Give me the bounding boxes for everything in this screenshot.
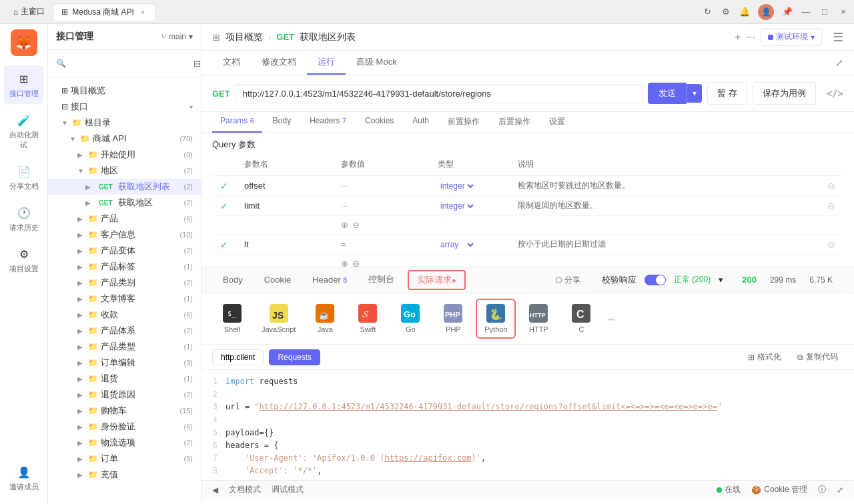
more-options-icon[interactable]: ···: [747, 31, 755, 43]
sidebar-item-history[interactable]: 🕐 请求历史: [4, 199, 43, 238]
add-param-icon2[interactable]: ⊕: [341, 259, 348, 267]
tree-order[interactable]: ▶ 📁 订单 (5): [48, 451, 201, 467]
avatar[interactable]: 👤: [758, 4, 774, 20]
param-tab-post-ops[interactable]: 后置操作: [490, 112, 538, 133]
save-draft-button[interactable]: 暂 存: [707, 82, 747, 105]
sidebar-item-api[interactable]: ⊞ 接口管理: [4, 65, 43, 104]
branch-selector[interactable]: ⑂ main ▾: [161, 32, 193, 41]
tree-product-tag[interactable]: ▶ 📁 产品标签 (1): [48, 259, 201, 275]
param-type-offset[interactable]: integer string array: [438, 181, 476, 191]
doc-mode-button[interactable]: 文档模式: [229, 484, 261, 495]
lang-tab-python[interactable]: 🐍 Python: [476, 299, 516, 339]
param-tab-auth[interactable]: Auth: [404, 112, 437, 133]
left-arrow-icon[interactable]: ◀: [212, 485, 218, 495]
tree-product-category[interactable]: ▶ 📁 产品类别 (2): [48, 275, 201, 291]
format-button[interactable]: ⊞ 格式化: [743, 349, 787, 365]
param-check-offset[interactable]: ✓: [220, 181, 228, 191]
send-dropdown-button[interactable]: ▾: [687, 84, 702, 103]
tree-blog[interactable]: ▶ 📁 文章博客 (1): [48, 291, 201, 307]
response-tab-body[interactable]: Body: [212, 269, 254, 291]
pin-icon[interactable]: 📌: [782, 7, 793, 17]
param-tab-body[interactable]: Body: [265, 112, 299, 133]
search-input[interactable]: [71, 59, 183, 69]
project-overview-breadcrumb[interactable]: 项目概览: [226, 31, 263, 43]
sidebar-item-settings[interactable]: ⚙ 项目设置: [4, 241, 43, 279]
param-tab-headers[interactable]: Headers 7: [302, 112, 354, 133]
env-selector[interactable]: 测试环境 ▾: [761, 28, 822, 46]
tree-region[interactable]: ▼ 📁 地区 (2): [48, 163, 201, 179]
info-button[interactable]: ⓘ: [818, 484, 826, 495]
tree-product-system[interactable]: ▶ 📁 产品体系 (2): [48, 323, 201, 339]
tree-auth[interactable]: ▶ 📁 身份验证 (6): [48, 419, 201, 435]
tree-other[interactable]: ▶ 📁 充值: [48, 467, 201, 483]
tree-shop-api[interactable]: ▼ 📁 商城 API (70): [48, 131, 201, 147]
param-tab-cookies[interactable]: Cookies: [357, 112, 402, 133]
remove-param-limit[interactable]: ⊖: [827, 201, 835, 211]
tree-get-region[interactable]: ▶ GET 获取地区 (2): [48, 195, 201, 211]
save-example-button[interactable]: 保存为用例: [753, 82, 816, 105]
copy-code-button[interactable]: ⧉ 复制代码: [792, 349, 843, 365]
url-input[interactable]: [236, 84, 643, 103]
tree-cart[interactable]: ▶ 📁 购物车 (15): [48, 403, 201, 419]
response-tab-actual[interactable]: 实际请求●: [408, 270, 465, 290]
settings-icon[interactable]: ⚙: [721, 7, 731, 17]
expand-status-button[interactable]: ⤢: [837, 485, 843, 495]
tree-shipping[interactable]: ▶ 📁 物流选项 (2): [48, 435, 201, 451]
lang-tab-go[interactable]: Go Go: [390, 300, 430, 337]
tree-get-started[interactable]: ▶ 📁 开始使用 (0): [48, 147, 201, 163]
validation-toggle[interactable]: [645, 275, 666, 285]
lib-btn-requests[interactable]: Requests: [269, 349, 320, 365]
param-tab-pre-ops[interactable]: 前置操作: [440, 112, 488, 133]
tree-get-regions[interactable]: ▶ GET 获取地区列表 (2): [48, 179, 201, 195]
param-name-offset[interactable]: offset: [244, 181, 266, 191]
tab-advanced-mock[interactable]: 高级 Mock: [346, 51, 408, 75]
expand-view-icon[interactable]: ⤢: [835, 57, 843, 68]
tree-product[interactable]: ▶ 📁 产品 (6): [48, 211, 201, 227]
lib-btn-httpclient[interactable]: http.client: [212, 349, 264, 365]
lang-tab-shell[interactable]: $_ Shell: [212, 300, 252, 337]
tree-root[interactable]: ▼ 📁 根目录: [48, 115, 201, 131]
tab-run[interactable]: 运行: [307, 51, 346, 75]
response-tab-console[interactable]: 控制台: [358, 268, 405, 292]
sidebar-item-auto[interactable]: 🧪 自动化测试: [4, 107, 43, 155]
filter-button[interactable]: ⊟: [189, 55, 201, 71]
send-button[interactable]: 发送: [648, 83, 687, 104]
cookie-mgmt-button[interactable]: 🍪 Cookie 管理: [751, 484, 807, 495]
response-tab-cookie[interactable]: Cookie: [254, 269, 302, 291]
close-window-icon[interactable]: ×: [838, 7, 849, 17]
param-tab-params[interactable]: Params 6: [212, 112, 262, 133]
tree-interface[interactable]: ⊟ 接口 ▾: [48, 99, 201, 115]
tree-return[interactable]: ▶ 📁 退货 (1): [48, 371, 201, 387]
tab-close-icon[interactable]: ×: [138, 7, 147, 17]
tree-customer[interactable]: ▶ 📁 客户信息 (10): [48, 227, 201, 243]
param-tab-settings[interactable]: 设置: [541, 112, 573, 133]
lang-tab-swift[interactable]: 𝓢 Swift: [348, 300, 388, 337]
param-check-limit[interactable]: ✓: [220, 201, 228, 211]
remove-param-lt[interactable]: ⊖: [827, 239, 835, 250]
apifox-link[interactable]: https://apifox.com: [384, 453, 471, 463]
param-value-limit[interactable]: ···: [341, 201, 348, 211]
sidebar-item-docs[interactable]: 📄 分享文档: [4, 158, 43, 197]
response-tab-header[interactable]: Header 8: [302, 269, 358, 291]
tab-modify-docs[interactable]: 修改文档: [251, 51, 307, 75]
tab-home[interactable]: ⌂ 主窗口: [5, 3, 53, 20]
refresh-icon[interactable]: ↻: [702, 7, 713, 17]
lang-tab-c[interactable]: C C: [561, 300, 601, 337]
add-tab-icon[interactable]: +: [735, 31, 741, 43]
more-lang-button[interactable]: ···: [604, 310, 619, 328]
tree-product-variant[interactable]: ▶ 📁 产品变体 (2): [48, 243, 201, 259]
tab-api[interactable]: ⊞ Medusa 商城 API ×: [53, 3, 156, 21]
minimize-icon[interactable]: —: [801, 7, 811, 17]
param-type-lt[interactable]: array string integer: [438, 239, 476, 250]
param-type-limit[interactable]: integer string array: [438, 201, 476, 211]
tree-order-edit[interactable]: ▶ 📁 订单编辑 (3): [48, 355, 201, 371]
remove-param-icon[interactable]: ⊖: [352, 220, 360, 230]
share-button[interactable]: ⬡ 分享: [555, 275, 580, 286]
code-view-icon[interactable]: </>: [827, 88, 843, 99]
tree-return-reason[interactable]: ▶ 📁 退货原因 (2): [48, 387, 201, 403]
maximize-icon[interactable]: □: [819, 7, 830, 17]
param-value-offset[interactable]: ···: [341, 181, 348, 191]
remove-param-icon2[interactable]: ⊖: [352, 259, 360, 267]
remove-param-offset[interactable]: ⊖: [827, 181, 835, 191]
debug-mode-button[interactable]: 调试模式: [272, 484, 304, 495]
